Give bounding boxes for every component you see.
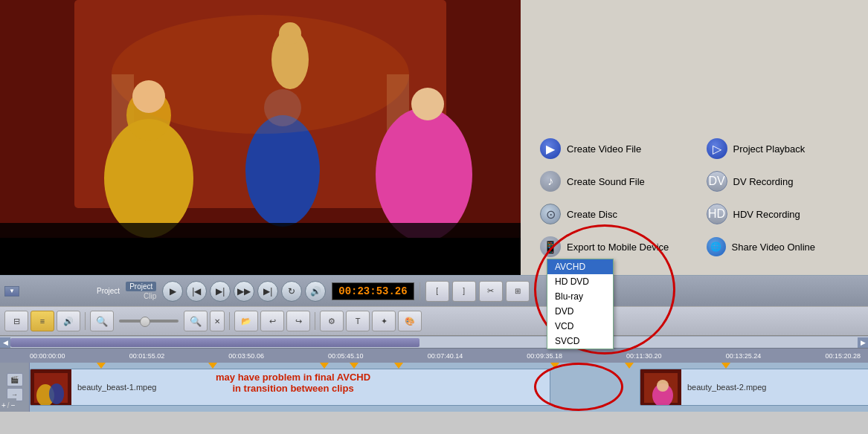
svg-point-10 [411,88,444,120]
project-playback-button[interactable]: ▷ Project Playback [702,135,854,162]
video-black-bar [0,238,521,275]
create-disc-button[interactable]: ⊙ Create Disc [536,201,687,227]
dv-recording-label: DV Recording [733,176,794,187]
scroll-indicator[interactable]: ▼ [4,286,19,297]
create-video-label: Create Video File [567,143,641,155]
ruler-mark-3: 00:05:45.10 [328,352,364,360]
timeline-scrollbar[interactable]: ◀ ▶ [0,336,868,348]
bottom-zoom-controls: + / − [0,398,16,412]
roll-btn[interactable]: ↪ [286,311,310,331]
volume-button[interactable]: 🔊 [305,281,326,302]
clip-1-thumb-svg [30,369,71,406]
marker-4 [350,363,359,369]
marker-5 [394,363,403,369]
svg-rect-14 [0,223,521,238]
project-label: Project [97,287,120,295]
timeline-tool-btn2[interactable]: ] [452,281,476,302]
transport-labels: Project Clip [126,282,156,300]
svg-point-22 [657,380,669,392]
next-frame-button[interactable]: ▶| [210,281,231,302]
timeline-track-area: 🎬 → [0,363,868,412]
disc-option-bluray[interactable]: Blu-ray [547,289,613,304]
right-panel: ▶ Create Video File ▷ Project Playback ♪… [521,0,868,275]
svg-point-9 [376,108,472,238]
disc-option-dvd[interactable]: DVD [547,304,613,319]
timeline-warning: may have problem in final AVCHD in trans… [216,372,370,394]
hdv-recording-button[interactable]: HD HDV Recording [702,201,854,227]
insert-btn[interactable]: 📂 [234,311,258,331]
clip-2-label: beauty_beast-2.mpeg [681,369,868,405]
scroll-left-btn[interactable]: ◀ [0,337,10,348]
timeline-ruler: 00:00:00:00 00:01:55.02 00:03:50.06 00:0… [0,348,868,363]
timeline-tool-btn1[interactable]: [ [425,281,449,302]
loop-button[interactable]: ↻ [281,281,302,302]
clip-1-thumbnail [30,369,71,406]
ruler-mark-8: 00:15:20.28 [825,352,861,360]
marker-8 [721,363,730,369]
sep2 [85,312,86,330]
dv-recording-button[interactable]: DV DV Recording [702,168,854,195]
effect-btn[interactable]: ⚙ [320,311,344,331]
disc-option-svcd[interactable]: SVCD [547,334,613,349]
timecode-display: 00:23:53.26 [332,282,414,300]
ripple-btn[interactable]: ↩ [260,311,284,331]
share-video-icon: 🌐 [707,237,726,256]
ruler-mark-7: 00:13:25.24 [726,352,762,360]
video-content [0,0,521,238]
disc-dropdown-menu[interactable]: AVCHD HD DVD Blu-ray DVD VCD SVCD [547,259,614,349]
end-button[interactable]: ▶| [257,281,278,302]
scrollbar-thumb[interactable] [10,338,419,347]
create-video-file-button[interactable]: ▶ Create Video File [536,135,687,162]
create-sound-file-button[interactable]: ♪ Create Sound File [536,168,687,195]
storyboard-view-btn[interactable]: ⊟ [4,311,28,331]
create-disc-icon: ⊙ [540,204,561,224]
bottom-section: ▼ Project Project Clip ▶ |◀ ▶| ▶▶ ▶| ↻ 🔊… [0,275,868,412]
clip-2-thumb-svg [640,369,681,406]
timeline-view-mode-btn[interactable]: ≡ [30,311,54,331]
caption-btn[interactable]: T [346,311,370,331]
scroll-right-btn[interactable]: ▶ [858,337,868,348]
play-button[interactable]: ▶ [162,281,183,302]
hdv-recording-icon: HD [707,204,727,224]
prev-frame-button[interactable]: |◀ [186,281,207,302]
timeline-view-btn[interactable]: ⊞ [506,281,530,302]
ruler-mark-2: 00:03:50.06 [228,352,264,360]
marker-3 [320,363,329,369]
ruler-mark-1: 00:01:55.02 [129,352,165,360]
ruler-mark-0: 00:00:00:00 [30,352,65,360]
disc-option-vcd[interactable]: VCD [547,319,613,334]
create-video-icon: ▶ [540,138,561,159]
special-btn[interactable]: ✦ [372,311,396,331]
next-button[interactable]: ▶▶ [234,281,254,302]
share-video-label: Share Video Online [732,242,816,253]
share-video-online-button[interactable]: 🌐 Share Video Online [702,233,854,260]
sep1 [419,282,420,300]
zoom-plus-btn[interactable]: + [1,401,6,409]
ruler-mark-6: 00:11:30.20 [626,352,662,360]
export-mobile-button[interactable]: 📱 Export to Mobile Device [536,233,687,260]
disc-option-avchd[interactable]: AVCHD [547,259,613,274]
project-badge: Project [126,282,156,291]
svg-point-18 [49,383,64,404]
zoom-fit-btn[interactable]: ✕ [210,311,225,331]
color-btn[interactable]: 🎨 [398,311,422,331]
project-playback-label: Project Playback [733,143,806,155]
zoom-slider[interactable] [119,320,179,323]
track-icon-video[interactable]: 🎬 [7,373,23,386]
zoom-in-btn[interactable]: 🔍 [184,311,208,331]
warning-line1: may have problem in final AVCHD [216,372,370,383]
marker-1 [97,363,106,369]
create-sound-icon: ♪ [540,171,561,192]
video-preview [0,0,521,275]
clip-2[interactable]: beauty_beast-2.mpeg [640,369,868,406]
timeline-cut-btn[interactable]: ✂ [479,281,503,302]
create-sound-label: Create Sound File [567,176,645,187]
output-buttons-panel: ▶ Create Video File ▷ Project Playback ♪… [528,128,861,268]
toolbar-row: ⊟ ≡ 🔊 🔍 🔍 ✕ 📂 ↩ ↪ ⚙ T ✦ 🎨 [0,306,868,336]
zoom-out-btn[interactable]: 🔍 [90,311,114,331]
zoom-minus-btn[interactable]: − [11,401,16,409]
project-playback-icon: ▷ [707,138,727,159]
disc-option-hddvd[interactable]: HD DVD [547,274,613,289]
audio-view-btn[interactable]: 🔊 [57,311,80,331]
sep3 [229,312,230,330]
